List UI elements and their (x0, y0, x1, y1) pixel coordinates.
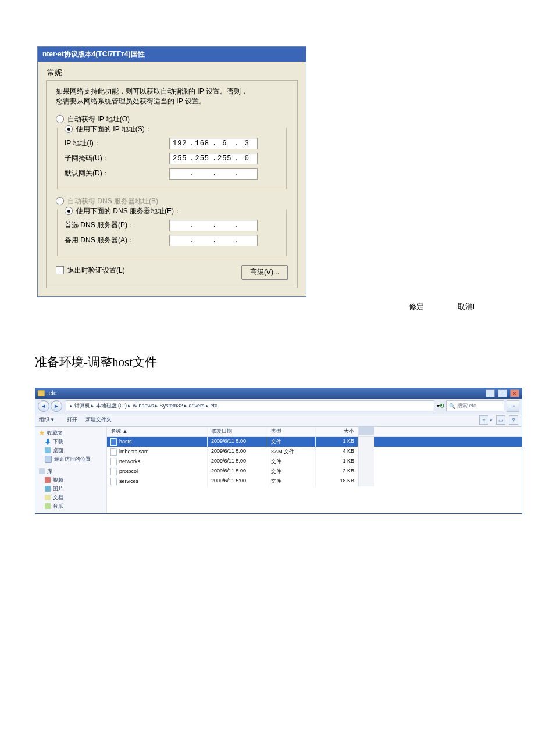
sidebar-item-desktop[interactable]: 桌面 (53, 447, 63, 454)
folder-icon (38, 390, 45, 396)
alternate-dns-input[interactable]: . . . (169, 235, 258, 246)
checkbox-validate-label: 退出时验证设置(L) (67, 266, 125, 275)
file-row[interactable]: protocol2009/6/11 5:00文件2 KB (107, 467, 522, 476)
default-gateway-input[interactable]: . . . (169, 168, 258, 180)
explorer-window-title: etc (38, 390, 56, 396)
help-button[interactable]: ? (509, 415, 518, 425)
radio-manual-dns-label: 使用下面的 DNS 服务器地址(E)： (76, 206, 279, 216)
maximize-button[interactable]: □ (498, 389, 507, 397)
label-mask: 子网掩码(U)： (65, 153, 169, 163)
radio-auto-dns (56, 197, 64, 205)
document-icon (45, 495, 51, 500)
preview-pane-button[interactable]: ▭ (496, 415, 505, 425)
file-list: 名称 ▲ 修改日期 类型 大小 hosts2009/6/11 5:00文件1 K… (107, 427, 522, 513)
sidebar-item-music[interactable]: 音乐 (53, 503, 63, 510)
file-icon (110, 448, 117, 456)
cancel-button[interactable]: 取消l (455, 300, 477, 313)
radio-manual-dns[interactable] (65, 207, 73, 215)
ip-address-input[interactable]: 192. 168. 6. 3 (169, 138, 258, 149)
column-header-name[interactable]: 名称 ▲ (107, 427, 208, 436)
sidebar-libraries-header[interactable]: 库 (47, 468, 52, 475)
file-icon (110, 468, 117, 475)
picture-icon (45, 486, 51, 492)
back-button[interactable]: ◄ (38, 400, 49, 412)
column-header-type[interactable]: 类型 (268, 427, 316, 436)
radio-auto-ip[interactable] (56, 115, 64, 123)
file-row[interactable]: services2009/6/11 5:00文件18 KB (107, 476, 522, 486)
radio-manual-ip-label: 使用下面的 IP 地址(S)： (76, 124, 279, 134)
download-icon (45, 439, 51, 445)
file-icon (110, 478, 117, 485)
file-icon (110, 438, 117, 446)
radio-auto-dns-label: 自动获得 DNS 服务器地址(B) (67, 196, 288, 206)
subnet-mask-input[interactable]: 255. 255. 255. 0 (169, 153, 258, 164)
label-ip: IP 地址(I)： (65, 138, 169, 148)
star-icon (39, 430, 45, 436)
close-button[interactable]: × (510, 389, 519, 397)
dialog-description: 如果网络支持此功能，则可以获取自动指派的 IP 设置。否则， 您需要从网络系统管… (56, 87, 288, 106)
advanced-button[interactable]: 高级(V)... (241, 265, 288, 280)
column-header-size[interactable]: 大小 (316, 427, 358, 436)
checkbox-validate-on-exit[interactable] (56, 266, 64, 274)
file-row[interactable]: hosts2009/6/11 5:00文件1 KB (107, 437, 522, 447)
video-icon (45, 477, 51, 483)
section-heading: 准备环境-调整host文件 (35, 354, 500, 370)
sidebar-item-recent[interactable]: 最近访问的位置 (54, 456, 91, 463)
radio-manual-ip[interactable] (65, 125, 73, 133)
label-alternate-dns: 备用 DNS 服务器(A)： (65, 235, 169, 245)
explorer-sidebar: 收藏夹 下载 桌面 最近访问的位置 库 视频 图片 文档 音乐 (35, 427, 107, 513)
library-icon (39, 468, 45, 474)
ok-button[interactable]: 修定 (406, 300, 426, 313)
scrollbar-thumb[interactable] (359, 427, 374, 435)
music-icon (45, 503, 51, 509)
search-icon: 🔍 (449, 403, 455, 409)
refresh-icon[interactable]: ↻ (440, 403, 444, 409)
search-input[interactable]: 🔍 搜索 etc (446, 400, 504, 411)
recent-icon (45, 456, 52, 463)
label-gateway: 默认网关(D)： (65, 169, 169, 178)
sidebar-item-documents[interactable]: 文档 (53, 494, 63, 501)
toolbar-open[interactable]: 打开 (67, 416, 77, 424)
tab-general[interactable]: 常妮 (46, 65, 298, 79)
file-row[interactable]: lmhosts.sam2009/6/11 5:00SAM 文件4 KB (107, 447, 522, 457)
minimize-button[interactable]: _ (486, 389, 495, 397)
radio-auto-ip-label: 自动获得 IP 地址(O) (67, 114, 288, 124)
file-icon (110, 458, 117, 465)
desktop-icon (45, 447, 51, 453)
toolbar-organize[interactable]: 组织 ▾ (39, 416, 54, 424)
dialog-title: nter·et协议版本4(TCI7ГГт4)国性 (38, 47, 306, 62)
toolbar-new-folder[interactable]: 新建文件夹 (85, 416, 112, 424)
preferred-dns-input[interactable]: . . . (169, 220, 258, 231)
sidebar-favorites-header[interactable]: 收藏夹 (47, 429, 63, 437)
search-go-button[interactable]: → (507, 400, 519, 412)
sidebar-item-pictures[interactable]: 图片 (53, 485, 63, 493)
breadcrumb[interactable]: ▸ 计算机 ▸ 本地磁盘 (C:) ▸ Windows ▸ System32 ▸… (66, 400, 434, 411)
view-button[interactable]: ≡ (479, 415, 488, 425)
explorer-window: etc _ □ × ◄ ► ▸ 计算机 ▸ 本地磁盘 (C:) ▸ Window… (35, 388, 522, 514)
column-header-date[interactable]: 修改日期 (208, 427, 268, 436)
forward-button[interactable]: ► (51, 400, 62, 412)
sidebar-item-videos[interactable]: 视频 (53, 476, 63, 484)
label-preferred-dns: 首选 DNS 服务器(P)： (65, 220, 169, 230)
sidebar-item-downloads[interactable]: 下载 (53, 438, 63, 446)
tcpip-properties-dialog: nter·et协议版本4(TCI7ГГт4)国性 常妮 如果网络支持此功能，则可… (37, 46, 306, 297)
file-row[interactable]: networks2009/6/11 5:00文件1 KB (107, 457, 522, 467)
